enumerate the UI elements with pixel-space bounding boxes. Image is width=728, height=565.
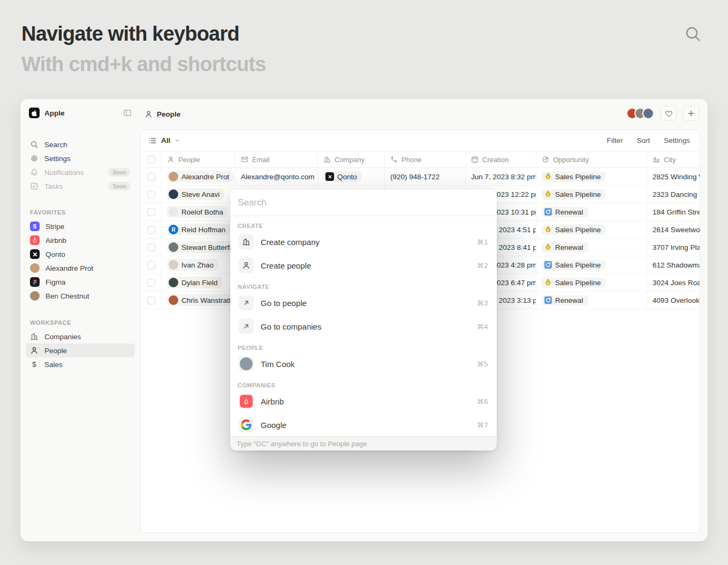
workspace-section-label: WORKSPACE [26,319,135,326]
opportunity-chip[interactable]: $Sales Pipeline [542,278,606,288]
checkbox[interactable] [147,208,155,216]
checkbox[interactable] [147,279,155,287]
person-icon [167,156,175,163]
favorite-button[interactable] [661,106,677,121]
sidebar-item-label: Figma [46,278,66,286]
sidebar-item-companies[interactable]: Companies [26,330,135,343]
select-all-checkbox-cell[interactable] [141,151,161,167]
sidebar-item-label: Tasks [44,182,63,190]
sidebar-item-settings[interactable]: Settings [26,151,135,165]
table-row[interactable]: Alexandre Prot 3 Alexandre@qonto.com Qon… [141,168,700,186]
column-header-email[interactable]: Email [235,151,317,167]
opportunity-chip[interactable]: Renewal [542,295,588,306]
checkbox[interactable] [147,261,155,269]
column-header-opportunity[interactable]: Opportunity [536,151,647,167]
shortcut-label: ⌘3 [477,299,488,307]
sort-button[interactable]: Sort [636,136,650,144]
sidebar-item-ben-chestnut[interactable]: Ben Chestnut [26,289,135,303]
city-cell: 2323 Dancing Dove [647,186,700,203]
workspace-switcher[interactable]: Apple [26,106,135,119]
palette-item-go-to-companies[interactable]: Go to companies ⌘4 [237,315,490,338]
column-header-creation[interactable]: Creation [465,151,536,167]
person-chip[interactable]: Alexandre Prot [167,171,233,182]
avatar [169,207,178,217]
sidebar-item-sales[interactable]: $ Sales [26,357,135,371]
building-icon [323,156,331,163]
collapse-sidebar-icon[interactable] [123,109,132,117]
opportunity-chip[interactable]: $Sales Pipeline [542,172,606,182]
person-chip[interactable]: Chris Wanstrath [167,294,235,306]
palette-item-google[interactable]: Google ⌘7 [237,413,490,437]
person-icon [239,258,254,273]
airbnb-logo-icon [30,235,40,245]
list-view-icon [148,136,157,145]
phone-cell: (920) 948-1722 [384,168,465,185]
building-icon [239,234,254,249]
sidebar-item-qonto[interactable]: Qonto [26,247,135,261]
checkbox[interactable] [147,243,155,251]
person-chip[interactable]: Steve Anavi [167,188,224,200]
chevron-down-icon [175,138,180,143]
palette-section-label: COMPANIES [237,382,490,388]
checkbox[interactable] [147,296,155,304]
sidebar-item-notifications[interactable]: Notifications Soon [26,165,135,179]
checkbox[interactable] [147,156,155,164]
opportunity-cell: $Sales Pipeline [536,168,647,185]
person-chip[interactable]: Ivan Zhao [167,259,218,271]
opportunity-chip[interactable]: Sales Pipeline [542,260,606,270]
people-cell: RReid Hoffman [161,221,235,238]
opportunity-chip[interactable]: Renewal [542,207,588,217]
view-title-label: People [157,110,180,118]
palette-item-airbnb[interactable]: Airbnb ⌘6 [237,390,490,413]
person-icon [145,110,153,118]
filter-button[interactable]: Filter [606,136,623,144]
search-icon[interactable] [684,25,702,43]
column-header-phone[interactable]: Phone [384,151,465,167]
checkbox[interactable] [147,226,155,234]
palette-item-create-people[interactable]: Create people ⌘2 [237,254,490,277]
column-header-people[interactable]: People [161,151,235,167]
view-selector[interactable]: All [148,136,180,145]
add-button[interactable] [683,106,699,121]
figma-logo-icon [30,277,40,287]
palette-section-label: CREATE [237,223,490,229]
column-header-city[interactable]: City [647,151,700,167]
palette-item-create-company[interactable]: Create company ⌘1 [237,230,490,254]
shortcut-label: ⌘2 [477,262,488,270]
checkbox[interactable] [147,190,155,198]
person-chip[interactable]: Stewart Butterfield [167,241,235,253]
column-header-company[interactable]: Company [317,151,384,167]
sidebar-item-label: People [44,347,67,355]
opportunity-chip[interactable]: $Renewal [542,242,588,253]
settings-button[interactable]: Settings [664,136,690,144]
sidebar-item-alexandre-prot[interactable]: Alexandre Prot [26,261,135,275]
palette-item-tim-cook[interactable]: Tim Cook ⌘5 [237,352,490,376]
sidebar-item-airbnb[interactable]: Airbnb [26,233,135,247]
sidebar-item-figma[interactable]: Figma [26,275,135,289]
money-bag-icon: $ [544,173,552,180]
sidebar-item-tasks[interactable]: Tasks Soon [26,179,135,193]
opportunity-chip[interactable]: $Sales Pipeline [542,189,606,200]
sidebar-item-stripe[interactable]: S Stripe [26,219,135,233]
person-icon [30,346,39,355]
person-chip[interactable]: Dylan Field [167,277,222,288]
sidebar-item-search[interactable]: Search [26,138,135,151]
toolbar-actions: Filter Sort Settings [606,136,690,144]
company-chip[interactable]: Qonto [323,171,361,182]
palette-item-go-to-people[interactable]: Go to people ⌘3 [237,291,490,315]
avatar [169,260,178,270]
opportunity-chip[interactable]: $Sales Pipeline [542,225,606,235]
checkbox[interactable] [147,173,155,181]
palette-search[interactable] [230,189,497,216]
shortcut-label: ⌘7 [477,421,488,429]
city-icon [653,156,660,163]
person-chip[interactable]: Roelof Botha [167,206,228,218]
building-icon [30,332,39,341]
palette-search-input[interactable] [238,197,489,208]
city-cell: 3707 Irving Place [647,239,700,256]
people-cell: Steve Anavi [161,186,235,203]
person-chip[interactable]: RReid Hoffman [167,224,230,235]
sidebar-item-people[interactable]: People [26,343,135,357]
apple-logo-icon [29,108,40,118]
opportunity-cell: $Renewal [536,239,647,256]
